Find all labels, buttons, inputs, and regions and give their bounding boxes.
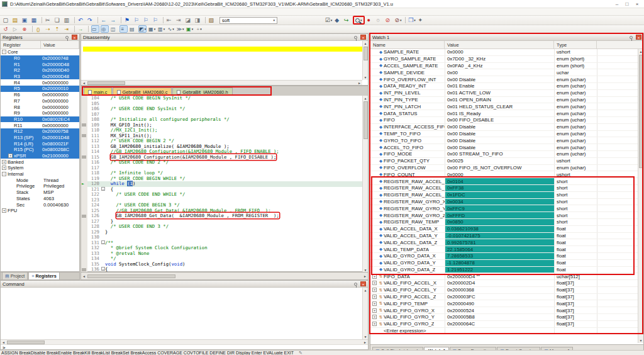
watch-row[interactable]: ◆ FIFO_COUNT 0x0000 ushort <box>370 171 643 178</box>
scroll-down-icon[interactable]: ▼ <box>638 338 644 343</box>
step-out-icon[interactable]: ⇡ <box>54 25 62 33</box>
insert-breakpoint-icon[interactable]: ● <box>366 16 374 24</box>
toolbar-icon[interactable] <box>205 17 206 23</box>
R13 (SP)[interactable]: R13 (SP) 0x20001D48 <box>1 135 79 141</box>
run-icon[interactable]: ▷ <box>12 25 20 33</box>
editor-margin[interactable] <box>81 262 87 268</box>
watch-row[interactable]: ◆ INT_PIN_LEVEL 0x01 ACTIVE_LOW enum (uc… <box>370 90 643 97</box>
scroll-down-icon[interactable]: ▼ <box>363 334 369 339</box>
uncomment-icon[interactable]: ◨ <box>194 16 203 24</box>
pin-icon[interactable] <box>65 36 69 39</box>
editor-margin[interactable] <box>81 117 87 123</box>
toolbar-icon[interactable] <box>74 17 75 23</box>
disassembly-vertical-scrollbar[interactable]: ▲ ▼ <box>362 41 368 80</box>
scroll-up-icon[interactable]: ▲ <box>363 41 369 46</box>
watch-row[interactable]: ◆ ACCEL_TO_FIFO 0x00 Disable enum (uchar… <box>370 144 643 151</box>
nav-back-icon[interactable]: ← <box>101 16 109 24</box>
disassembly-line[interactable] <box>83 63 368 69</box>
scrollbar-thumb[interactable] <box>364 101 368 139</box>
R8[interactable]: R8 0x00000000 <box>1 104 79 110</box>
reset-cpu-icon[interactable]: ↺ <box>3 25 11 33</box>
watch-row[interactable]: ◆ REGISTER_RAW_ACCEL_Z 0x1FDC short <box>370 192 643 199</box>
104[interactable]: 104 /* USER CODE BEGIN SysInit */ <box>81 96 368 101</box>
disassembly-line[interactable] <box>83 68 368 74</box>
watch-row[interactable]: ◆ REGISTER_RAW_ACCEL_Y 0xFF38 short <box>370 185 643 192</box>
command-output[interactable]: ▲ ▼ <box>1 288 368 339</box>
editor-tab[interactable]: main.c <box>84 87 112 96</box>
unindent-icon[interactable]: ⇤ <box>166 16 174 24</box>
watch-row[interactable]: + ⇅ VALID_FIFO_ACCEL_Y 0x20000368 float[… <box>370 287 643 294</box>
watch-row[interactable]: ◆ FIFO 0x00 FIFO_DISABLE enum (uchar) <box>370 117 643 124</box>
R1[interactable]: R1 0x20000D48 <box>1 61 79 67</box>
watch-row[interactable]: ◆ REGISTER_RAW_TEMP 0x0850 short <box>370 219 643 226</box>
editor-margin[interactable] <box>81 230 87 235</box>
command-horizontal-scrollbar[interactable]: ◄ ► <box>1 339 368 344</box>
expander-icon[interactable]: + <box>372 301 377 306</box>
watch-row[interactable]: ◆ VALID_GYRO_DATA_X 7.28658533 float <box>370 253 643 260</box>
Privilege[interactable]: Privilege Privileged <box>1 183 79 189</box>
editor-margin[interactable] <box>81 101 87 107</box>
watch-row[interactable]: ◆ REGISTER_RAW_GYRO_X 0x0034 short <box>370 199 643 206</box>
nav-forward-icon[interactable]: → <box>110 16 118 24</box>
kill-all-breakpoints-icon[interactable]: ⊘ <box>394 16 402 24</box>
serial-window-icon[interactable]: ▥ <box>157 25 165 33</box>
xPSR[interactable]: + xPSR 0x21000000 <box>1 153 79 159</box>
redo-icon[interactable]: ↷ <box>87 16 95 24</box>
editor-margin[interactable] <box>81 240 87 246</box>
R9[interactable]: R9 0x00000000 <box>1 110 79 116</box>
expander-icon[interactable]: + <box>372 322 377 326</box>
expander-icon[interactable]: + <box>372 274 377 279</box>
disable-all-breakpoints-icon[interactable]: ⊘ <box>385 16 393 24</box>
watch-row[interactable]: + ⇅ VALID_FIFO_GYRO_X 0x20000524 float[3… <box>370 307 643 314</box>
watch-row[interactable]: ◆ DATA_STATUS 0x01 IS_Ready enum (uchar) <box>370 110 643 117</box>
bookmark-next-icon[interactable]: ⚐ <box>143 16 151 24</box>
expander-icon[interactable]: + <box>8 154 13 158</box>
editor-margin[interactable] <box>81 160 87 166</box>
disassembly-window-icon[interactable]: ◎ <box>101 25 109 33</box>
call-stack-window-icon[interactable]: ▤ <box>129 25 137 33</box>
States[interactable]: States 4063 <box>1 196 79 202</box>
editor-margin[interactable] <box>81 155 87 161</box>
106[interactable]: 106 /* USER CODE END SysInit */ <box>81 106 368 112</box>
close-button[interactable]: × <box>632 1 642 7</box>
R7[interactable]: R7 0x00000000 <box>1 98 79 104</box>
close-panel-icon[interactable] <box>360 35 366 40</box>
editor-tab[interactable]: GebraBit_IAM20680.h <box>172 87 232 96</box>
editor-margin[interactable] <box>81 123 87 128</box>
editor-margin[interactable] <box>81 138 87 144</box>
watch-row[interactable]: ◆ TEMP_TO_FIFO 0x00 Disable enum (uchar) <box>370 131 643 138</box>
120[interactable]: ► 120 while (1) <box>81 181 368 187</box>
scroll-right-icon[interactable]: ► <box>362 274 368 279</box>
editor-margin[interactable] <box>81 235 87 240</box>
expander-icon[interactable]: + <box>2 160 6 164</box>
FPU[interactable]: + FPU <box>1 208 79 214</box>
disassembly-line[interactable] <box>83 74 368 79</box>
trace-window-icon[interactable]: ≫ <box>176 25 184 33</box>
scrollbar-thumb[interactable] <box>87 81 125 85</box>
R5[interactable]: R5 0x20000010 <box>1 86 79 92</box>
editor-horizontal-scrollbar[interactable]: ◄ ► <box>80 272 369 280</box>
help-books-icon[interactable]: ▧ <box>208 16 216 24</box>
editor-margin[interactable] <box>81 203 87 208</box>
135[interactable]: 135 void SystemClock_Config(void) <box>81 262 368 268</box>
command-window-icon[interactable]: ▭ <box>91 25 99 33</box>
watch-window-icon[interactable]: ◩ <box>138 25 147 33</box>
stop-icon[interactable]: ⊗ <box>21 25 30 33</box>
editor-margin[interactable] <box>81 245 87 251</box>
editor-margin[interactable] <box>81 208 87 214</box>
122[interactable]: 122 /* USER CODE END WHILE */ <box>81 192 368 198</box>
scrollbar-thumb[interactable] <box>639 55 643 168</box>
editor-margin[interactable] <box>81 187 87 193</box>
indent-icon[interactable]: ⇥ <box>175 16 184 24</box>
Stack[interactable]: Stack MSP <box>1 189 79 196</box>
R10[interactable]: R10 0x08002EC4 <box>1 116 79 123</box>
toolbar-icon[interactable] <box>74 26 75 32</box>
expander-icon[interactable]: + <box>2 166 6 170</box>
R15 (PC)[interactable]: R15 (PC) 0x0800268C <box>1 147 79 153</box>
bookmark-prev-icon[interactable]: ⚐ <box>133 16 142 24</box>
watch-row[interactable]: + ⇅ VALID_FIFO_GYRO_Y 0x200005B8 float[3… <box>370 314 643 321</box>
scroll-right-icon[interactable]: ► <box>362 340 368 345</box>
tab-project[interactable]: ▤ Project <box>2 272 28 279</box>
watch-row[interactable]: <Enter expression> <box>370 328 643 335</box>
Core[interactable]: − Core <box>1 49 79 55</box>
